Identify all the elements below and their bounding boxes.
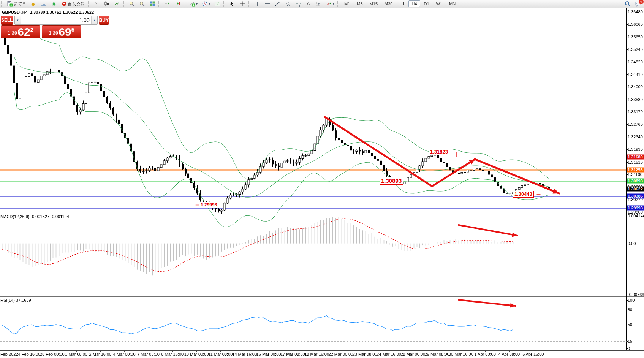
time-axis-label: Feb 2022: [0, 352, 18, 356]
symbol-period-label: GBPUSD-,H4: [2, 10, 28, 14]
toolbar-crosshair-button[interactable]: [237, 0, 247, 8]
toolbar: 新订单◆☁◉自动交易▾▾EFAT▾M1M5M15M30H1H4D1W1MN1: [0, 0, 644, 8]
tile-icon: [149, 1, 155, 7]
price-axis-tick-label: 1.36060: [628, 22, 643, 27]
timeframe-m1-button[interactable]: M1: [341, 0, 353, 7]
sell-button[interactable]: SELL: [1, 16, 13, 25]
timeframe-mn-button[interactable]: MN: [446, 0, 459, 7]
toolbar-indicators-button[interactable]: ▾: [187, 0, 199, 8]
volume-input[interactable]: [21, 17, 91, 23]
buy-price-button[interactable]: 1.30 69 5: [42, 25, 81, 38]
toolbar-templates-button[interactable]: [212, 0, 222, 8]
label-icon: T: [315, 1, 322, 7]
toolbar-line-chart-button[interactable]: [112, 0, 122, 8]
time-axis-label: 10 Mar 00:00: [184, 352, 209, 356]
price-axis-tick-label: 1.35650: [628, 35, 643, 39]
time-axis-label: 24 Feb 16:00: [16, 352, 41, 356]
timeframe-m30-button[interactable]: M30: [381, 0, 396, 7]
toolbar-cloud-button[interactable]: ☁: [39, 0, 48, 8]
chevron-down-icon: ▾: [333, 2, 334, 6]
timeframe-d1-button[interactable]: D1: [421, 0, 432, 7]
buy-price-sup: 5: [71, 26, 74, 33]
toolbar-horizontal-line-button[interactable]: [263, 0, 272, 8]
autoscroll-icon: [164, 1, 170, 7]
gold-icon: ◆: [30, 1, 36, 7]
toolbar-periods-button[interactable]: ▾: [200, 0, 212, 8]
toolbar-trendline-button[interactable]: [273, 0, 282, 8]
toolbar-text-label-button[interactable]: T: [314, 0, 323, 8]
timeframe-m15-button[interactable]: M15: [367, 0, 381, 7]
macd-axis-tick-label: 0.00: [628, 241, 636, 246]
sell-price-button[interactable]: 1.30 62 2: [1, 25, 40, 38]
signal-icon: ◉: [51, 1, 57, 7]
price-annotation[interactable]: 1.30443: [513, 191, 534, 198]
price-annotation[interactable]: 1.29993: [199, 202, 218, 208]
volume-decrease-button[interactable]: ▾: [15, 16, 21, 24]
toolbar-signals-button[interactable]: ◉: [49, 0, 59, 8]
one-click-trading-widget: SELL ▾ ▴ BUY 1.30 62 2 1.30 69 5: [1, 16, 81, 38]
price-axis-tick-label: 1.34410: [628, 72, 643, 77]
toolbar-fibonacci-button[interactable]: F: [293, 0, 303, 8]
toolbar-vertical-line-button[interactable]: [252, 0, 262, 8]
search-icon: [624, 1, 631, 7]
toolbar-equidistant-channel-button[interactable]: E: [283, 0, 293, 8]
add-indicator-icon: [189, 1, 195, 7]
vline-icon: [254, 1, 260, 7]
text-icon: A: [305, 1, 312, 7]
toolbar-text-button[interactable]: A: [304, 0, 313, 8]
toolbar-chart-shift-button[interactable]: [172, 0, 182, 8]
toolbar-market-watch-button[interactable]: ◆: [28, 0, 38, 8]
toolbar-auto-trading-button[interactable]: 自动交易: [59, 0, 86, 8]
toolbar-separator: [88, 1, 90, 7]
cloud-icon: ☁: [40, 1, 47, 7]
price-annotation[interactable]: 1.31823: [429, 149, 449, 155]
toolbar-arrows-button[interactable]: ▾: [324, 0, 336, 8]
toolbar-zoom-out-button[interactable]: [137, 0, 147, 8]
line-icon: [114, 1, 120, 7]
time-axis-label: 8 Mar 16:00: [161, 352, 184, 356]
channel-icon: E: [285, 1, 291, 7]
rsi-axis-tick-label: 0: [628, 346, 630, 351]
price-annotation[interactable]: 1.30893: [380, 177, 403, 185]
buy-button[interactable]: BUY: [99, 16, 109, 25]
rsi-label: RSI(14) 37.1689: [0, 298, 31, 303]
chart-title: GBPUSD-,H41.30730 1.30751 1.30622 1.3062…: [2, 10, 94, 14]
macd-axis-tick-label: -0.007664: [628, 292, 644, 297]
fibo-icon: F: [295, 1, 301, 7]
time-axis-label: 5 Apr 16:00: [522, 352, 544, 356]
price-axis-tick-label: 1.33580: [628, 97, 643, 102]
zoom-out-icon: [139, 1, 145, 7]
autotrade-icon: [61, 1, 67, 7]
timeframe-h4-button[interactable]: H4: [408, 0, 420, 7]
toolbar-new-order-button[interactable]: 新订单: [5, 0, 28, 8]
toolbar-cursor-button[interactable]: [227, 0, 237, 8]
volume-increase-button[interactable]: ▴: [91, 16, 97, 24]
timeframe-h1-button[interactable]: H1: [396, 0, 408, 7]
toolbar-bar-chart-button[interactable]: [92, 0, 101, 8]
timeframe-m5-button[interactable]: M5: [354, 0, 366, 7]
price-axis-box-1.30622: 1.30622: [627, 187, 644, 192]
price-axis-box-1.29993: 1.29993: [627, 206, 644, 211]
toolbar-zoom-in-button[interactable]: [127, 0, 136, 8]
toolbar-notifications-button[interactable]: 1: [633, 0, 642, 8]
toolbar-auto-scroll-button[interactable]: [162, 0, 172, 8]
cursor-icon: [229, 1, 235, 7]
toolbar-candle-chart-button[interactable]: [102, 0, 111, 8]
crosshair-icon: [239, 1, 245, 7]
toolbar-new-order-label: 新订单: [14, 1, 26, 7]
price-axis-tick-label: 1.34000: [628, 84, 643, 89]
price-axis-box-1.31256: 1.31256: [627, 167, 644, 172]
price-axis-box-1.31680: 1.31680: [627, 154, 644, 159]
sell-price-small: 1.30: [8, 30, 17, 36]
macd-label: MACD(12,26,9) -0.001527 -0.001194: [0, 214, 69, 219]
price-chart-canvas[interactable]: [0, 0, 644, 358]
timeframe-w1-button[interactable]: W1: [433, 0, 446, 7]
price-axis-tick-label: 1.35240: [628, 47, 643, 52]
toolbar-tile-windows-button[interactable]: [147, 0, 157, 8]
toolbar-search-button[interactable]: [623, 0, 632, 8]
buy-price-big: 69: [59, 27, 71, 37]
time-axis-label: 22 Mar 00:00: [328, 352, 353, 356]
price-axis-box-1.30893: 1.30893: [627, 178, 644, 183]
toolbar-separator: [248, 1, 251, 7]
price-axis-tick-label: 1.33170: [628, 109, 643, 114]
